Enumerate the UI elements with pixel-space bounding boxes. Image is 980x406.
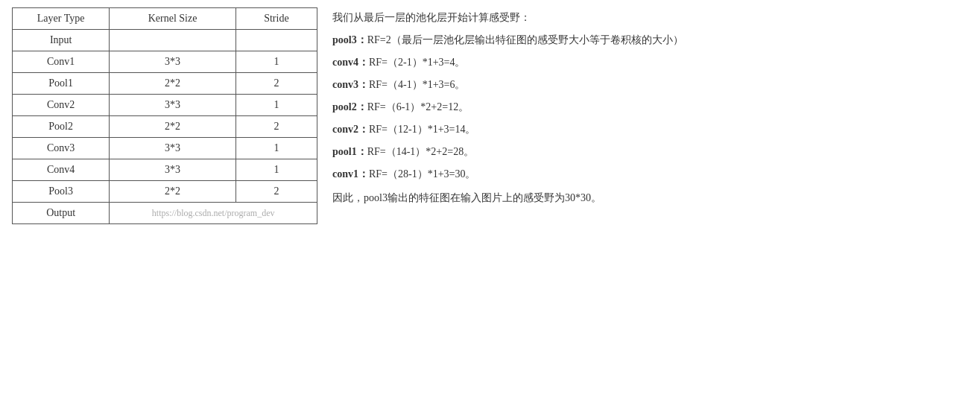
formula-4: conv2：RF=（12-1）*1+3=14。 xyxy=(332,119,968,140)
table-row: Conv33*31 xyxy=(13,138,317,159)
cell-stride: 1 xyxy=(235,51,317,73)
formula-2: conv3：RF=（4-1）*1+3=6。 xyxy=(332,74,968,95)
conclusion-text: 因此，pool3输出的特征图在输入图片上的感受野为30*30。 xyxy=(332,188,968,209)
cell-layer: Conv3 xyxy=(13,138,110,159)
table-row: Conv13*31 xyxy=(13,51,317,73)
table-row: Conv23*31 xyxy=(13,95,317,116)
formula-0: pool3：RF=2（最后一层池化层输出特征图的感受野大小等于卷积核的大小） xyxy=(332,30,968,51)
cell-layer: Conv4 xyxy=(13,159,110,181)
cell-kernel: 2*2 xyxy=(110,116,235,138)
cell-stride: 2 xyxy=(235,116,317,138)
cell-stride: 2 xyxy=(235,181,317,203)
description-panel: 我们从最后一层的池化层开始计算感受野： pool3：RF=2（最后一层池化层输出… xyxy=(325,7,968,399)
cell-stride xyxy=(235,30,317,51)
cell-kernel: 3*3 xyxy=(110,51,235,73)
cell-stride: 2 xyxy=(235,73,317,95)
formula-1: conv4：RF=（2-1）*1+3=4。 xyxy=(332,52,968,73)
cell-layer: Pool3 xyxy=(13,181,110,203)
cell-layer: Pool1 xyxy=(13,73,110,95)
cell-layer: Pool2 xyxy=(13,116,110,138)
table-row: Pool32*22 xyxy=(13,181,317,203)
cell-kernel: 3*3 xyxy=(110,159,235,181)
formula-3: pool2：RF=（6-1）*2+2=12。 xyxy=(332,97,968,118)
col-header-layer: Layer Type xyxy=(13,8,110,30)
cell-kernel: 3*3 xyxy=(110,95,235,116)
cell-layer: Conv1 xyxy=(13,51,110,73)
cell-layer: Conv2 xyxy=(13,95,110,116)
cell-kernel: https://blog.csdn.net/program_dev xyxy=(110,203,317,224)
cell-layer: Input xyxy=(13,30,110,51)
intro-text: 我们从最后一层的池化层开始计算感受野： xyxy=(332,7,968,28)
cell-stride: 1 xyxy=(235,95,317,116)
cell-kernel: 2*2 xyxy=(110,73,235,95)
formula-5: pool1：RF=（14-1）*2+2=28。 xyxy=(332,142,968,162)
cell-kernel: 2*2 xyxy=(110,181,235,203)
cell-stride: 1 xyxy=(235,159,317,181)
cell-kernel xyxy=(110,30,235,51)
table-row: Pool12*22 xyxy=(13,73,317,95)
table-row: Pool22*22 xyxy=(13,116,317,138)
cell-stride: 1 xyxy=(235,138,317,159)
table-row: Outputhttps://blog.csdn.net/program_dev xyxy=(13,203,317,224)
table-row: Input xyxy=(13,30,317,51)
cell-kernel: 3*3 xyxy=(110,138,235,159)
col-header-stride: Stride xyxy=(235,8,317,30)
formula-6: conv1：RF=（28-1）*1+3=30。 xyxy=(332,164,968,185)
cell-layer: Output xyxy=(13,203,110,224)
table-row: Conv43*31 xyxy=(13,159,317,181)
col-header-kernel: Kernel Size xyxy=(110,8,235,30)
layer-table: Layer Type Kernel Size Stride InputConv1… xyxy=(12,7,317,224)
table-panel: Layer Type Kernel Size Stride InputConv1… xyxy=(12,7,325,399)
